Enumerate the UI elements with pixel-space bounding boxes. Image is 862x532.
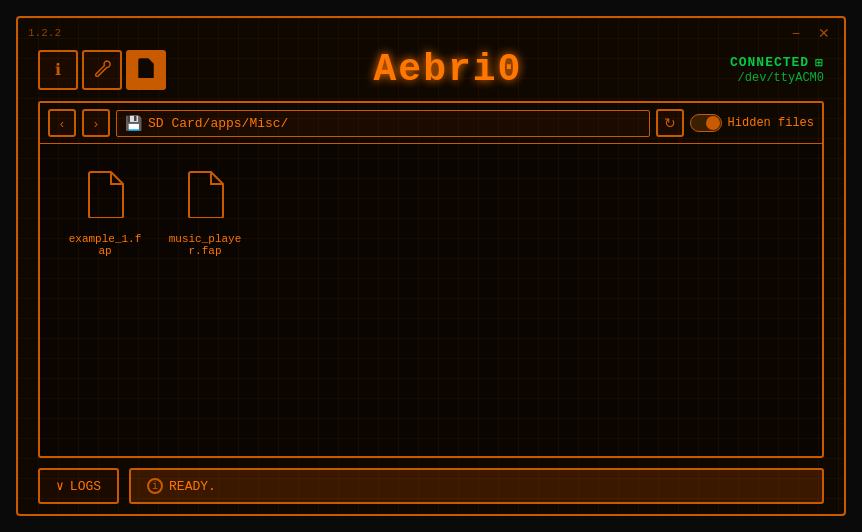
- toggle-knob: [706, 116, 720, 130]
- header: ℹ Aebri0 CONNECTED ⊞ /dev/ttyACM0: [18, 48, 844, 101]
- version-label: 1.2.2: [28, 27, 61, 39]
- hidden-files-label: Hidden files: [728, 116, 814, 130]
- logs-chevron-icon: ∨: [56, 478, 64, 494]
- main-window: 1.2.2 − ✕ ℹ Aebri0 CONN: [16, 16, 846, 516]
- back-button[interactable]: ‹: [48, 109, 76, 137]
- logs-label: LOGS: [70, 479, 101, 494]
- refresh-button[interactable]: ↻: [656, 109, 684, 137]
- info-icon: ℹ: [55, 60, 61, 79]
- connected-text: CONNECTED: [730, 55, 809, 70]
- path-text: SD Card/apps/Misc/: [148, 116, 288, 131]
- refresh-icon: ↻: [664, 115, 676, 131]
- forward-icon: ›: [94, 116, 98, 131]
- file-item-0[interactable]: example_1.fap: [60, 164, 150, 263]
- tab-tools[interactable]: [82, 50, 122, 90]
- tab-buttons: ℹ: [38, 50, 166, 90]
- main-panel: ‹ › 💾 SD Card/apps/Misc/ ↻ Hidden files: [38, 101, 824, 458]
- file-area: example_1.fap music_player.fap: [40, 144, 822, 456]
- usb-icon: ⊞: [815, 55, 824, 71]
- device-path: /dev/ttyACM0: [730, 71, 824, 85]
- tab-info[interactable]: ℹ: [38, 50, 78, 90]
- files-icon: [137, 58, 155, 82]
- path-bar: ‹ › 💾 SD Card/apps/Misc/ ↻ Hidden files: [40, 103, 822, 144]
- connection-status: CONNECTED ⊞: [730, 55, 824, 71]
- file-name-0: example_1.fap: [66, 233, 144, 257]
- tab-files[interactable]: [126, 50, 166, 90]
- back-icon: ‹: [60, 116, 64, 131]
- sd-card-icon: 💾: [125, 115, 142, 132]
- hidden-files-toggle: Hidden files: [690, 114, 814, 132]
- logs-button[interactable]: ∨ LOGS: [38, 468, 119, 504]
- app-title: Aebri0: [374, 48, 523, 91]
- status-bar: ∨ LOGS i READY.: [18, 458, 844, 514]
- ready-indicator: i READY.: [129, 468, 824, 504]
- title-bar: 1.2.2 − ✕: [18, 18, 844, 48]
- forward-button[interactable]: ›: [82, 109, 110, 137]
- file-name-1: music_player.fap: [166, 233, 244, 257]
- hidden-files-switch[interactable]: [690, 114, 722, 132]
- connection-info: CONNECTED ⊞ /dev/ttyACM0: [730, 55, 824, 85]
- file-item-1[interactable]: music_player.fap: [160, 164, 250, 263]
- ready-label: READY.: [169, 479, 216, 494]
- tools-icon: [93, 59, 111, 81]
- minimize-button[interactable]: −: [788, 24, 804, 42]
- file-icon-0: [85, 170, 125, 227]
- path-input[interactable]: 💾 SD Card/apps/Misc/: [116, 110, 650, 137]
- file-icon-1: [185, 170, 225, 227]
- close-button[interactable]: ✕: [814, 24, 834, 42]
- info-circle-icon: i: [147, 478, 163, 494]
